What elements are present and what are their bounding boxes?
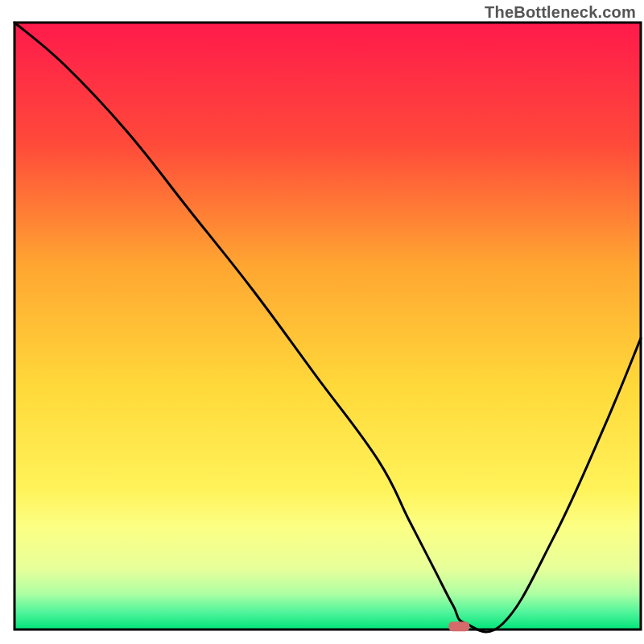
- watermark-label: TheBottleneck.com: [485, 3, 636, 22]
- optimal-point-marker: [448, 621, 469, 631]
- plot-background: [14, 23, 641, 630]
- bottleneck-chart: [0, 0, 644, 644]
- chart-container: TheBottleneck.com: [0, 0, 644, 644]
